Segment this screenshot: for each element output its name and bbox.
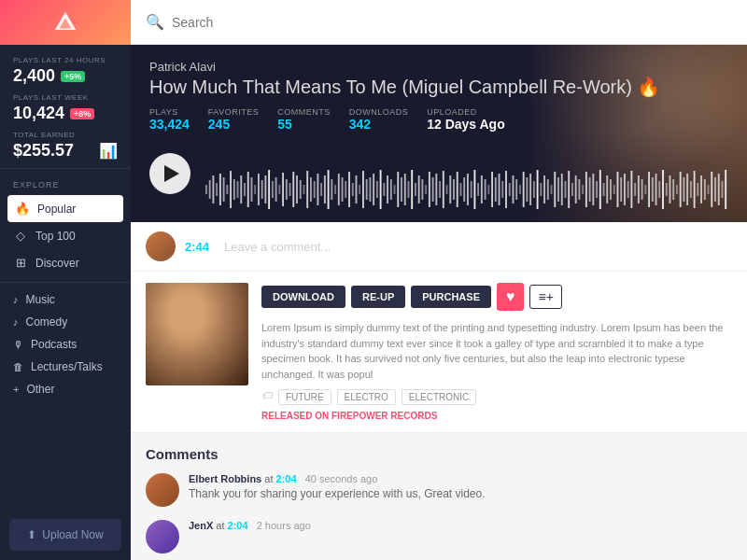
comment-input-row: 2:44 Leave a comment...	[131, 222, 747, 272]
svg-rect-61	[411, 170, 413, 209]
svg-rect-84	[491, 172, 493, 207]
svg-rect-86	[499, 174, 500, 205]
svg-rect-16	[254, 185, 256, 194]
svg-rect-50	[373, 174, 374, 205]
earned-value: $255.57	[13, 141, 74, 161]
svg-rect-4	[212, 175, 214, 203]
svg-rect-147	[711, 172, 712, 207]
plays-24h-value: 2,400	[13, 66, 55, 86]
svg-rect-29	[300, 180, 302, 199]
svg-rect-137	[676, 185, 678, 194]
reup-button[interactable]: RE-UP	[351, 286, 405, 308]
sidebar-top100-label: Top 100	[35, 230, 76, 243]
meta-uploaded: UPLOADED 12 Days Ago	[427, 107, 505, 132]
svg-rect-122	[624, 174, 626, 205]
svg-rect-7	[223, 177, 225, 202]
svg-rect-69	[439, 181, 441, 198]
current-user-avatar	[146, 231, 176, 261]
sidebar: PLAYS LAST 24 HOURS 2,400 +5% PLAYS LAST…	[0, 0, 131, 560]
comment-input-placeholder[interactable]: Leave a comment...	[224, 240, 732, 254]
svg-rect-149	[718, 174, 720, 205]
sidebar-item-comedy[interactable]: ♪ Comedy	[0, 311, 131, 333]
fire-icon: 🔥	[637, 77, 660, 97]
favorite-button[interactable]: ♥	[497, 283, 525, 311]
meta-downloads: DOWNLOADS 342	[349, 107, 409, 132]
sidebar-item-other[interactable]: + Other	[0, 378, 131, 400]
svg-rect-109	[578, 179, 580, 200]
comment-item: Elbert Robbins at 2:04 40 seconds ago Th…	[146, 473, 732, 507]
plays-count: 33,424	[149, 117, 190, 132]
tag-electro[interactable]: ELECTRO	[337, 389, 396, 405]
label-name[interactable]: FIREPOWER RECORDS	[331, 411, 437, 421]
svg-rect-76	[463, 177, 465, 202]
tag-electronic[interactable]: ELECTRONIC	[402, 389, 476, 405]
svg-rect-143	[697, 183, 698, 196]
svg-rect-48	[366, 179, 368, 200]
svg-rect-97	[537, 170, 539, 209]
waveform[interactable]: // Generated inline bars	[205, 166, 728, 213]
svg-rect-33	[314, 181, 316, 198]
svg-rect-117	[606, 175, 608, 203]
podcast-icon: 🎙	[13, 339, 23, 350]
sidebar-item-discover[interactable]: ⊞ Discover	[0, 249, 131, 276]
download-button[interactable]: DOWNLOAD	[261, 286, 345, 308]
svg-rect-46	[359, 185, 360, 194]
svg-rect-74	[457, 172, 458, 207]
svg-rect-34	[317, 174, 318, 205]
diamond-icon: ◇	[13, 229, 28, 243]
music-icon: ♪	[13, 294, 19, 305]
svg-rect-9	[230, 171, 232, 208]
svg-rect-43	[348, 172, 350, 207]
svg-rect-73	[453, 179, 455, 200]
svg-rect-10	[233, 179, 235, 200]
comment-timestamp: 2:44	[185, 240, 209, 254]
comment-timestamp-2: 2:04	[228, 520, 248, 531]
sidebar-discover-label: Discover	[35, 257, 79, 270]
divider	[0, 282, 131, 283]
meta-plays: PLAYS 33,424	[149, 107, 190, 132]
svg-rect-139	[683, 177, 684, 202]
playlist-button[interactable]: ≡+	[529, 285, 561, 309]
play-icon	[164, 165, 179, 182]
svg-rect-131	[655, 174, 657, 205]
meta-comments: COMMENTS 55	[277, 107, 331, 132]
tag-future[interactable]: FUTURE	[278, 389, 331, 405]
svg-rect-24	[282, 173, 284, 206]
sidebar-item-music[interactable]: ♪ Music	[0, 288, 131, 311]
comment-author-2: JenX	[189, 520, 213, 531]
sidebar-item-podcasts[interactable]: 🎙 Podcasts	[0, 333, 131, 356]
comment-body: Elbert Robbins at 2:04 40 seconds ago Th…	[189, 473, 732, 507]
svg-rect-101	[551, 185, 553, 194]
sidebar-item-popular[interactable]: 🔥 Popular	[7, 195, 123, 222]
svg-rect-91	[515, 179, 517, 200]
svg-rect-67	[432, 177, 434, 202]
comments-title: Comments	[146, 446, 732, 462]
chart-icon: 📊	[99, 142, 118, 160]
svg-rect-32	[310, 177, 312, 202]
purchase-button[interactable]: PURCHASE	[411, 286, 491, 308]
svg-rect-138	[680, 172, 682, 207]
comment-ago-2: 2 hours ago	[257, 520, 311, 531]
comment-meta: Elbert Robbins at 2:04 40 seconds ago	[189, 473, 732, 484]
hero-content: Patrick Alavi How Much That Means To Me …	[131, 45, 747, 222]
search-input[interactable]	[172, 15, 359, 30]
svg-rect-31	[306, 171, 308, 208]
sidebar-item-lectures[interactable]: 🗑 Lectures/Talks	[0, 356, 131, 378]
svg-rect-135	[669, 175, 671, 203]
logo	[0, 0, 131, 45]
svg-rect-39	[334, 185, 336, 194]
sidebar-item-top100[interactable]: ◇ Top 100	[0, 222, 131, 249]
svg-rect-72	[449, 175, 451, 203]
svg-rect-58	[401, 177, 402, 202]
svg-rect-106	[568, 171, 570, 208]
comments-count: 55	[277, 117, 331, 132]
play-button[interactable]	[149, 153, 190, 194]
comment-ago-1: 40 seconds ago	[305, 473, 378, 484]
track-description: Lorem Ipsum is simply dummy text of the …	[261, 320, 732, 382]
upload-button[interactable]: ⬆ Upload Now	[9, 519, 121, 551]
svg-rect-110	[582, 185, 584, 194]
track-info-row: DOWNLOAD RE-UP PURCHASE ♥ ≡+ Lorem Ipsum…	[131, 272, 747, 433]
svg-rect-105	[565, 181, 567, 198]
svg-rect-41	[342, 177, 344, 202]
svg-rect-35	[320, 183, 322, 196]
